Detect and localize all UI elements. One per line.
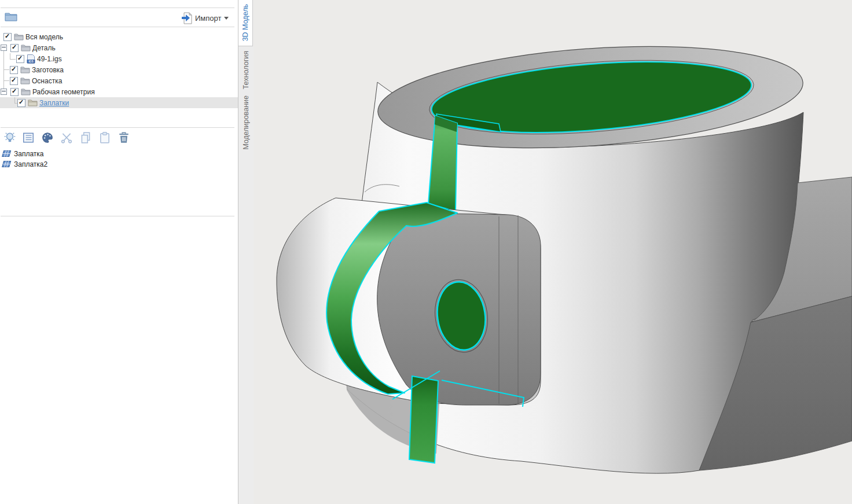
tree-item-label: 49-1.igs: [37, 55, 62, 63]
divider: [1, 27, 234, 27]
tree-item-label: Вся модель: [25, 33, 63, 41]
tree-connector: [3, 50, 4, 91]
tab-label: Технология: [242, 51, 250, 89]
tree-item-label: Заготовка: [32, 66, 64, 74]
collapse-icon[interactable]: [1, 89, 7, 95]
properties-list-icon: [22, 131, 35, 144]
color-button[interactable]: [41, 131, 54, 144]
tree-item-zagotovka[interactable]: Заготовка: [10, 64, 64, 75]
tab-3d-model[interactable]: 3D Модель: [238, 0, 253, 46]
tree-item-working-geometry[interactable]: Рабочая геометрия: [1, 86, 95, 97]
open-folder-button[interactable]: [5, 12, 19, 23]
tab-modeling[interactable]: Моделирование: [238, 93, 253, 152]
divider: [1, 8, 234, 8]
checkbox[interactable]: [3, 33, 12, 41]
visibility-button[interactable]: [3, 131, 16, 144]
copy-icon: [79, 131, 92, 144]
tree-item-label: Рабочая геометрия: [32, 88, 95, 96]
tree-item-label: Деталь: [32, 44, 56, 52]
patch-label: Заплатка2: [14, 160, 47, 168]
checkbox[interactable]: [16, 55, 24, 63]
divider: [1, 216, 234, 216]
tree-item-igs-file[interactable]: IGS 49-1.igs: [16, 53, 62, 64]
folder-icon: [20, 66, 30, 73]
tree-item-label: Оснастка: [32, 77, 62, 85]
igs-file-icon: IGS: [27, 54, 35, 64]
import-label: Импорт: [195, 14, 221, 23]
igs-label: IGS: [28, 59, 34, 62]
properties-button[interactable]: [22, 131, 35, 144]
folder-icon: [14, 33, 24, 41]
scissors-icon: [60, 131, 73, 144]
patch-lower-strip[interactable]: [409, 376, 438, 463]
folder-icon: [5, 12, 17, 21]
import-icon: [181, 12, 192, 24]
palette-icon: [41, 131, 54, 144]
3d-viewport[interactable]: [254, 0, 852, 504]
tab-technology[interactable]: Технология: [238, 48, 253, 92]
divider: [1, 127, 234, 128]
checkbox[interactable]: [10, 66, 18, 74]
tree-item-osnastka[interactable]: Оснастка: [10, 75, 62, 86]
tree-connector: [4, 80, 9, 81]
tree-connector: [10, 53, 16, 60]
checkbox[interactable]: [10, 44, 19, 52]
tree-item-all-model[interactable]: Вся модель: [3, 31, 63, 42]
checkbox[interactable]: [10, 88, 19, 96]
collapse-icon[interactable]: [1, 45, 7, 51]
3d-model-scene: [254, 0, 852, 504]
lamp-icon: [3, 131, 16, 144]
checkbox[interactable]: [10, 77, 18, 85]
tree-connector: [4, 69, 9, 70]
tree-item-patches[interactable]: Заплатки: [17, 97, 69, 108]
folder-icon: [21, 44, 31, 51]
chevron-down-icon: [224, 17, 229, 22]
patch-icon: [1, 160, 12, 168]
delete-button[interactable]: [117, 131, 130, 144]
folder-icon: [28, 99, 38, 106]
copy-button[interactable]: [79, 131, 92, 144]
tab-label: Моделирование: [242, 95, 250, 150]
patch-list-item[interactable]: Заплатка2: [1, 159, 47, 170]
tab-label: 3D Модель: [241, 4, 249, 41]
tree-item-detail[interactable]: Деталь: [1, 42, 56, 53]
workspace-tab-strip: 3D Модель Технология Моделирование: [238, 0, 254, 504]
trash-icon: [117, 131, 130, 144]
cut-button[interactable]: [60, 131, 73, 144]
checkbox[interactable]: [17, 99, 25, 107]
tree-item-label: Заплатки: [39, 99, 69, 107]
patch-icon: [1, 150, 12, 158]
folder-icon: [21, 88, 31, 95]
model-tree-panel: Импорт Вся модель Деталь IGS 49-1.igs: [0, 0, 238, 504]
paste-icon: [98, 131, 111, 144]
folder-icon: [20, 77, 30, 84]
import-button[interactable]: Импорт: [181, 11, 229, 25]
paste-button[interactable]: [98, 131, 111, 144]
patch-label: Заплатка: [14, 150, 44, 158]
patch-list-item[interactable]: Заплатка: [1, 149, 44, 159]
